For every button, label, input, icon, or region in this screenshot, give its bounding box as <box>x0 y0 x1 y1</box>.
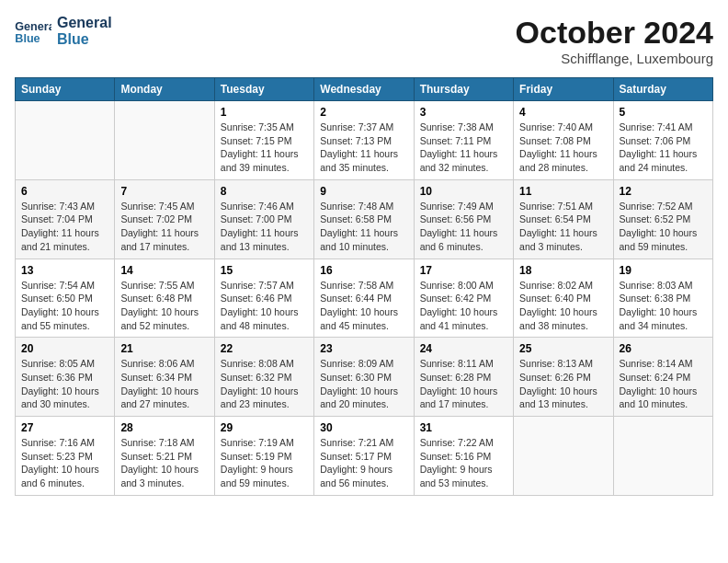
day-info: Sunrise: 7:45 AM Sunset: 7:02 PM Dayligh… <box>120 200 208 254</box>
calendar-cell: 30Sunrise: 7:21 AM Sunset: 5:17 PM Dayli… <box>314 417 414 496</box>
calendar-cell: 17Sunrise: 8:00 AM Sunset: 6:42 PM Dayli… <box>414 259 513 338</box>
day-number: 25 <box>519 342 607 355</box>
calendar-cell <box>514 417 613 496</box>
day-info: Sunrise: 7:35 AM Sunset: 7:15 PM Dayligh… <box>221 121 308 175</box>
logo-line1: General <box>57 15 112 31</box>
day-number: 11 <box>519 185 607 198</box>
day-number: 31 <box>420 421 507 434</box>
logo-icon: General Blue <box>15 17 51 45</box>
day-info: Sunrise: 7:48 AM Sunset: 6:58 PM Dayligh… <box>320 200 407 254</box>
day-number: 4 <box>519 106 607 119</box>
calendar-cell: 21Sunrise: 8:06 AM Sunset: 6:34 PM Dayli… <box>115 338 214 417</box>
day-number: 16 <box>320 264 407 277</box>
day-info: Sunrise: 7:49 AM Sunset: 6:56 PM Dayligh… <box>420 200 507 254</box>
calendar-cell: 6Sunrise: 7:43 AM Sunset: 7:04 PM Daylig… <box>16 179 115 259</box>
weekday-header-sunday: Sunday <box>16 78 115 101</box>
day-info: Sunrise: 7:55 AM Sunset: 6:48 PM Dayligh… <box>120 279 208 333</box>
day-info: Sunrise: 7:52 AM Sunset: 6:52 PM Dayligh… <box>620 200 707 254</box>
calendar-cell: 19Sunrise: 8:03 AM Sunset: 6:38 PM Dayli… <box>613 259 712 338</box>
day-number: 10 <box>420 185 507 198</box>
day-number: 12 <box>620 185 707 198</box>
logo: General Blue General Blue <box>15 15 112 47</box>
calendar-week-2: 6Sunrise: 7:43 AM Sunset: 7:04 PM Daylig… <box>16 179 713 259</box>
day-number: 24 <box>420 342 507 355</box>
day-info: Sunrise: 7:38 AM Sunset: 7:11 PM Dayligh… <box>420 121 507 175</box>
day-number: 23 <box>320 342 407 355</box>
day-number: 27 <box>21 421 108 434</box>
day-info: Sunrise: 8:06 AM Sunset: 6:34 PM Dayligh… <box>120 357 208 411</box>
day-info: Sunrise: 8:08 AM Sunset: 6:32 PM Dayligh… <box>221 357 308 411</box>
day-number: 17 <box>420 264 507 277</box>
calendar-cell: 29Sunrise: 7:19 AM Sunset: 5:19 PM Dayli… <box>214 417 313 496</box>
day-number: 5 <box>620 106 707 119</box>
calendar-week-5: 27Sunrise: 7:16 AM Sunset: 5:23 PM Dayli… <box>16 417 713 496</box>
weekday-header-wednesday: Wednesday <box>314 78 414 101</box>
day-number: 28 <box>120 421 208 434</box>
day-info: Sunrise: 8:13 AM Sunset: 6:26 PM Dayligh… <box>519 357 607 411</box>
calendar-cell: 4Sunrise: 7:40 AM Sunset: 7:08 PM Daylig… <box>514 101 613 180</box>
day-number: 2 <box>320 106 407 119</box>
calendar-cell: 8Sunrise: 7:46 AM Sunset: 7:00 PM Daylig… <box>214 179 313 259</box>
title-block: October 2024 Schifflange, Luxembourg <box>516 15 713 66</box>
day-number: 29 <box>221 421 308 434</box>
day-info: Sunrise: 8:14 AM Sunset: 6:24 PM Dayligh… <box>620 357 707 411</box>
calendar-cell: 22Sunrise: 8:08 AM Sunset: 6:32 PM Dayli… <box>214 338 313 417</box>
day-info: Sunrise: 7:41 AM Sunset: 7:06 PM Dayligh… <box>620 121 707 175</box>
weekday-header-saturday: Saturday <box>613 78 712 101</box>
day-number: 19 <box>620 264 707 277</box>
calendar-cell: 24Sunrise: 8:11 AM Sunset: 6:28 PM Dayli… <box>414 338 513 417</box>
weekday-header-thursday: Thursday <box>414 78 513 101</box>
calendar-week-1: 1Sunrise: 7:35 AM Sunset: 7:15 PM Daylig… <box>16 101 713 180</box>
day-info: Sunrise: 7:18 AM Sunset: 5:21 PM Dayligh… <box>120 436 208 490</box>
calendar-cell: 31Sunrise: 7:22 AM Sunset: 5:16 PM Dayli… <box>414 417 513 496</box>
day-number: 20 <box>21 342 108 355</box>
calendar-cell: 27Sunrise: 7:16 AM Sunset: 5:23 PM Dayli… <box>16 417 115 496</box>
day-info: Sunrise: 7:16 AM Sunset: 5:23 PM Dayligh… <box>21 436 108 490</box>
calendar-cell: 18Sunrise: 8:02 AM Sunset: 6:40 PM Dayli… <box>514 259 613 338</box>
calendar-cell <box>115 101 214 180</box>
day-info: Sunrise: 8:05 AM Sunset: 6:36 PM Dayligh… <box>21 357 108 411</box>
day-info: Sunrise: 8:00 AM Sunset: 6:42 PM Dayligh… <box>420 279 507 333</box>
day-info: Sunrise: 7:22 AM Sunset: 5:16 PM Dayligh… <box>420 436 507 490</box>
day-number: 30 <box>320 421 407 434</box>
calendar-cell: 11Sunrise: 7:51 AM Sunset: 6:54 PM Dayli… <box>514 179 613 259</box>
day-info: Sunrise: 7:58 AM Sunset: 6:44 PM Dayligh… <box>320 279 407 333</box>
calendar-cell <box>613 417 712 496</box>
day-info: Sunrise: 7:57 AM Sunset: 6:46 PM Dayligh… <box>221 279 308 333</box>
day-info: Sunrise: 7:19 AM Sunset: 5:19 PM Dayligh… <box>221 436 308 490</box>
day-number: 26 <box>620 342 707 355</box>
weekday-header-tuesday: Tuesday <box>214 78 313 101</box>
day-info: Sunrise: 8:11 AM Sunset: 6:28 PM Dayligh… <box>420 357 507 411</box>
calendar-cell: 20Sunrise: 8:05 AM Sunset: 6:36 PM Dayli… <box>16 338 115 417</box>
weekday-header-friday: Friday <box>514 78 613 101</box>
calendar-header: SundayMondayTuesdayWednesdayThursdayFrid… <box>16 78 713 101</box>
calendar-week-4: 20Sunrise: 8:05 AM Sunset: 6:36 PM Dayli… <box>16 338 713 417</box>
calendar-cell: 23Sunrise: 8:09 AM Sunset: 6:30 PM Dayli… <box>314 338 414 417</box>
day-info: Sunrise: 7:46 AM Sunset: 7:00 PM Dayligh… <box>221 200 308 254</box>
calendar-cell: 13Sunrise: 7:54 AM Sunset: 6:50 PM Dayli… <box>16 259 115 338</box>
calendar-cell <box>16 101 115 180</box>
calendar-cell: 26Sunrise: 8:14 AM Sunset: 6:24 PM Dayli… <box>613 338 712 417</box>
day-info: Sunrise: 7:37 AM Sunset: 7:13 PM Dayligh… <box>320 121 407 175</box>
calendar-cell: 10Sunrise: 7:49 AM Sunset: 6:56 PM Dayli… <box>414 179 513 259</box>
calendar-cell: 3Sunrise: 7:38 AM Sunset: 7:11 PM Daylig… <box>414 101 513 180</box>
day-number: 13 <box>21 264 108 277</box>
calendar-cell: 5Sunrise: 7:41 AM Sunset: 7:06 PM Daylig… <box>613 101 712 180</box>
calendar-cell: 2Sunrise: 7:37 AM Sunset: 7:13 PM Daylig… <box>314 101 414 180</box>
month-title: October 2024 <box>516 15 713 51</box>
day-number: 21 <box>120 342 208 355</box>
day-number: 7 <box>120 185 208 198</box>
calendar-week-3: 13Sunrise: 7:54 AM Sunset: 6:50 PM Dayli… <box>16 259 713 338</box>
day-info: Sunrise: 7:54 AM Sunset: 6:50 PM Dayligh… <box>21 279 108 333</box>
svg-text:Blue: Blue <box>15 31 40 44</box>
weekday-row: SundayMondayTuesdayWednesdayThursdayFrid… <box>16 78 713 101</box>
day-info: Sunrise: 7:21 AM Sunset: 5:17 PM Dayligh… <box>320 436 407 490</box>
calendar-cell: 14Sunrise: 7:55 AM Sunset: 6:48 PM Dayli… <box>115 259 214 338</box>
day-info: Sunrise: 8:02 AM Sunset: 6:40 PM Dayligh… <box>519 279 607 333</box>
day-info: Sunrise: 8:03 AM Sunset: 6:38 PM Dayligh… <box>620 279 707 333</box>
calendar-cell: 25Sunrise: 8:13 AM Sunset: 6:26 PM Dayli… <box>514 338 613 417</box>
calendar-cell: 16Sunrise: 7:58 AM Sunset: 6:44 PM Dayli… <box>314 259 414 338</box>
calendar-cell: 12Sunrise: 7:52 AM Sunset: 6:52 PM Dayli… <box>613 179 712 259</box>
day-number: 18 <box>519 264 607 277</box>
day-number: 9 <box>320 185 407 198</box>
